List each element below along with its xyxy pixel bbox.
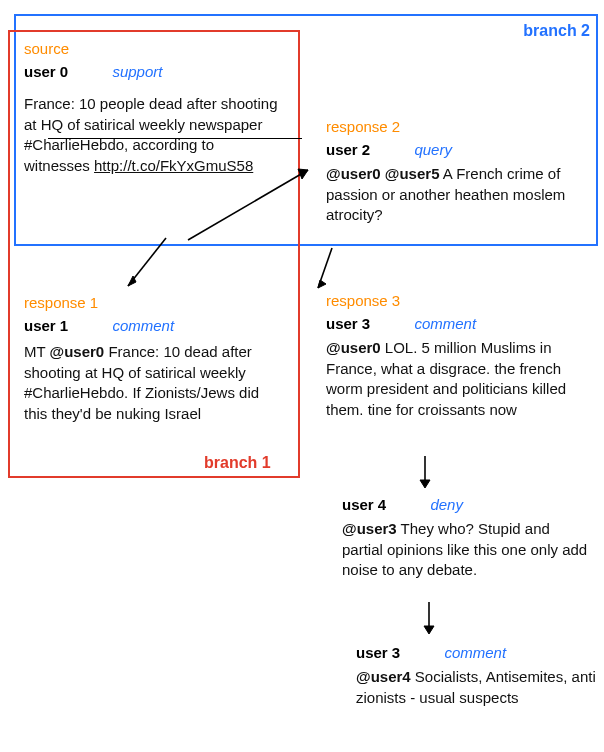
post-r1: response 1 user 1 comment MT @user0 Fran… [24,294,280,425]
arrow-source-to-r2 [180,162,320,248]
post-source: source user 0 support France: 10 people … [24,40,280,177]
stance-source: support [112,63,162,80]
svg-line-2 [188,170,308,240]
body-r1-pre: MT [24,343,50,360]
tag-r2: response 2 [326,118,586,135]
mention-r1: @user0 [50,343,105,360]
svg-marker-5 [318,280,326,288]
tag-r3: response 3 [326,292,590,309]
arrow-source-to-r1 [120,234,180,298]
arrow-r3-to-r4 [416,454,434,494]
post-r4: user 4 deny @user3 They who? Stupid and … [342,496,592,581]
stance-r5: comment [444,644,506,661]
mention-r3: @user0 [326,339,381,356]
stance-r3: comment [414,315,476,332]
divider-source [48,138,302,139]
user-r5: user 3 [356,644,400,661]
user-r4: user 4 [342,496,386,513]
tag-source: source [24,40,280,57]
arrow-r2-to-r3 [310,244,340,298]
post-r5: user 3 comment @user4 Socialists, Antise… [356,644,596,708]
svg-marker-9 [424,626,434,634]
stance-r4: deny [430,496,463,513]
stance-r1: comment [112,317,174,334]
svg-marker-3 [298,169,308,179]
post-r3: response 3 user 3 comment @user0 LOL. 5 … [326,292,590,421]
stance-r2: query [414,141,452,158]
branch1-label: branch 1 [204,454,271,472]
tag-r1: response 1 [24,294,280,311]
user-r2: user 2 [326,141,370,158]
branch2-label: branch 2 [523,22,590,40]
user-r3: user 3 [326,315,370,332]
user-source: user 0 [24,63,68,80]
arrow-r4-to-r5 [420,600,438,640]
svg-marker-7 [420,480,430,488]
user-r1: user 1 [24,317,68,334]
mention-r2: @user0 @user5 [326,165,439,182]
mention-r4: @user3 [342,520,397,537]
post-r2: response 2 user 2 query @user0 @user5 A … [326,118,586,226]
mention-r5: @user4 [356,668,411,685]
